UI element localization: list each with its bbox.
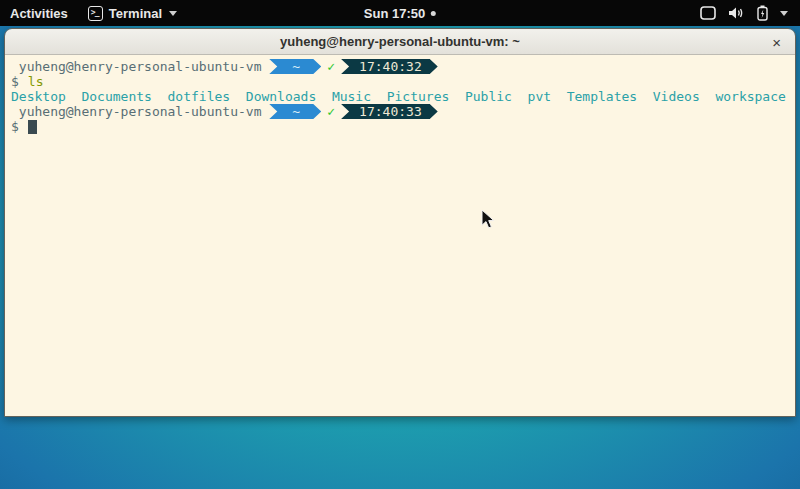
terminal-cursor: [28, 120, 37, 134]
top-bar-left: Activities >_ Terminal: [0, 0, 187, 26]
prompt-line-1: yuheng@henry-personal-ubuntu-vm ~✓17:40:…: [11, 59, 793, 74]
tray-chevron-down-icon: [780, 11, 788, 16]
battery-icon: [757, 5, 768, 21]
prompt-time: 17:40:33: [359, 104, 422, 119]
ls-output: Desktop Documents dotfiles Downloads Mus…: [11, 89, 793, 104]
prompt-time: 17:40:32: [359, 59, 422, 74]
terminal-content[interactable]: yuheng@henry-personal-ubuntu-vm ~✓17:40:…: [5, 55, 795, 416]
status-check-icon: ✓: [324, 59, 338, 74]
system-tray[interactable]: [688, 0, 800, 26]
command-line: $ls: [11, 74, 793, 89]
status-check-icon: ✓: [324, 104, 338, 119]
powerline-path-segment: ~: [269, 104, 321, 119]
window-titlebar[interactable]: yuheng@henry-personal-ubuntu-vm: ~ ×: [5, 29, 795, 55]
prompt-symbol: $: [11, 119, 19, 134]
activities-button[interactable]: Activities: [0, 0, 78, 26]
prompt-symbol: $: [11, 74, 19, 89]
screen-icon: [700, 6, 716, 20]
typed-command: ls: [28, 74, 44, 89]
chevron-down-icon: [169, 11, 177, 16]
clock-label: Sun 17:50: [364, 6, 425, 21]
prompt-user: yuheng@henry-personal-ubuntu-vm: [11, 59, 269, 74]
clock-button[interactable]: Sun 17:50: [364, 0, 436, 26]
mouse-cursor: [481, 209, 495, 230]
terminal-glyph: >_: [91, 8, 99, 17]
prompt-path: ~: [292, 59, 300, 74]
powerline-time-segment: 17:40:32: [341, 59, 438, 74]
notification-dot: [431, 11, 436, 16]
terminal-window: yuheng@henry-personal-ubuntu-vm: ~ × yuh…: [4, 28, 796, 417]
volume-icon: [728, 6, 745, 20]
powerline-time-segment: 17:40:33: [341, 104, 438, 119]
prompt-user: yuheng@henry-personal-ubuntu-vm: [11, 104, 269, 119]
powerline-path-segment: ~: [269, 59, 321, 74]
current-input-line[interactable]: $: [11, 119, 793, 134]
app-menu-terminal[interactable]: >_ Terminal: [78, 0, 187, 26]
prompt-line-2: yuheng@henry-personal-ubuntu-vm ~✓17:40:…: [11, 104, 793, 119]
app-menu-label: Terminal: [109, 6, 162, 21]
top-bar: Activities >_ Terminal Sun 17:50: [0, 0, 800, 26]
window-title: yuheng@henry-personal-ubuntu-vm: ~: [280, 34, 520, 49]
terminal-app-icon: >_: [88, 6, 103, 21]
prompt-path: ~: [292, 104, 300, 119]
close-button[interactable]: ×: [772, 34, 781, 49]
